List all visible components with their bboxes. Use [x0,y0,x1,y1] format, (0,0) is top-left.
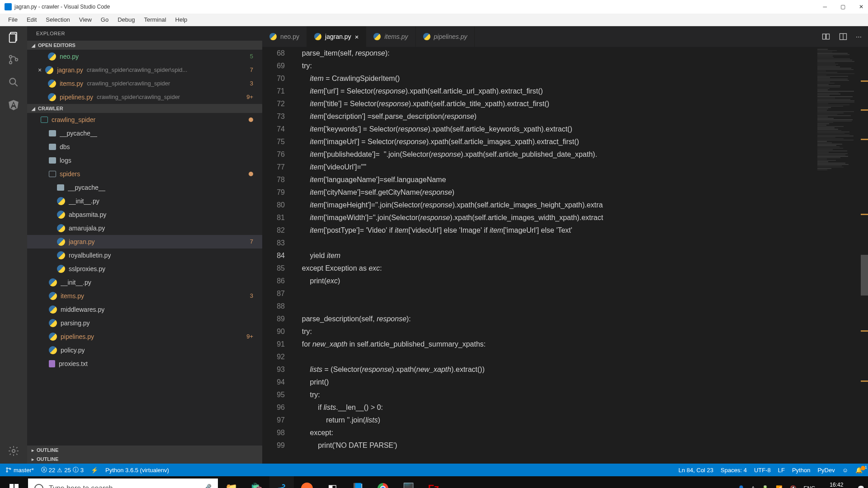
app-icon-2[interactable]: 📘 [345,476,370,488]
code-editor[interactable]: 6869707172737475767778798081828384858687… [262,47,868,464]
wifi-icon[interactable]: 📶 [776,485,783,488]
section-outline-2[interactable]: ▸OUTLINE [27,455,262,464]
editor-tab[interactable]: pipelines.py [416,26,475,47]
tree-item[interactable]: dbs [27,140,262,154]
people-icon[interactable]: 👤 [738,485,745,488]
menu-file[interactable]: File [4,16,22,23]
filezilla-icon[interactable]: Fz [421,476,446,488]
tree-item[interactable]: policy.py [27,343,262,357]
tree-item[interactable]: crawling_spider [27,113,262,127]
chrome-icon[interactable] [371,476,395,488]
tree-item[interactable]: proxies.txt [27,357,262,371]
editor-tab[interactable]: neo.py [262,26,307,47]
problem-count: 5 [250,51,258,62]
volume-icon[interactable]: 🔇 [790,485,797,488]
tree-item[interactable]: logs [27,154,262,167]
section-crawler[interactable]: ◢CRAWLER [27,104,262,113]
file-name: parsing.py [61,318,90,328]
app-icon-3[interactable]: 🖥️ [396,476,420,488]
tree-item[interactable]: items.py3 [27,289,262,303]
settings-gear-icon[interactable] [7,445,20,457]
tree-item[interactable]: __init__.py [27,276,262,289]
more-icon[interactable]: ⋯ [856,33,862,40]
open-editor-item[interactable]: ×jagran.py crawling_spider\crawling_spid… [27,63,262,77]
mic-icon[interactable]: 🎤 [202,483,212,488]
action-center-icon[interactable]: 💬 [858,485,864,488]
pydev-status[interactable]: PyDev [817,467,835,474]
vertical-scrollbar[interactable] [861,47,868,464]
file-name: abpasmita.py [69,209,106,220]
angular-icon[interactable] [7,99,20,111]
close-button[interactable]: ✕ [859,4,863,10]
language-status[interactable]: Python [792,467,810,474]
menu-go[interactable]: Go [96,16,113,23]
tree-item[interactable]: spiders [27,167,262,181]
vscode-taskbar-icon[interactable]: ⊰ [269,476,294,488]
open-editor-item[interactable]: items.py crawling_spider\crawling_spider… [27,77,262,90]
menu-bar: File Edit Selection View Go Debug Termin… [0,14,868,26]
python-icon [48,93,56,101]
browser-icon[interactable] [295,476,319,488]
tree-item[interactable]: amarujala.py [27,221,262,235]
editor-tab[interactable]: items.py [366,26,415,47]
battery-icon[interactable]: 🔋 [762,485,769,488]
tree-item[interactable]: __pycache__ [27,181,262,194]
maximize-button[interactable]: ▢ [840,4,845,10]
file-explorer-icon[interactable]: 📁 [219,476,243,488]
eol-status[interactable]: LF [778,467,785,474]
open-editor-item[interactable]: pipelines.py crawling_spider\crawling_sp… [27,90,262,104]
python-env[interactable]: Python 3.6.5 (virtualenv) [105,467,169,474]
tree-item[interactable]: royalbulletin.py [27,249,262,262]
scrollbar-thumb[interactable] [861,255,868,296]
code-content[interactable]: parse_item(self, response): try: item = … [294,47,868,464]
git-branch[interactable]: master* [5,467,34,474]
menu-terminal[interactable]: Terminal [139,16,170,23]
menu-view[interactable]: View [75,16,96,23]
start-button[interactable] [1,476,27,488]
tray-clock[interactable]: 16:42 20-09-2018 [823,481,850,488]
app-icon-1[interactable]: ◧ [320,476,344,488]
feedback-icon[interactable]: ☺ [842,467,848,474]
split-editor-icon[interactable] [839,32,848,41]
menu-edit[interactable]: Edit [22,16,41,23]
tray-chevron-icon[interactable]: ^ [752,485,755,488]
file-name: proxies.txt [59,358,88,369]
explorer-icon[interactable] [7,31,20,43]
menu-help[interactable]: Help [171,16,192,23]
status-problems[interactable]: ⓧ22 ⚠25 ⓘ3 [41,466,84,474]
scm-icon[interactable] [7,53,20,66]
tray-language[interactable]: ENG [804,485,816,488]
close-icon[interactable]: × [355,33,359,41]
menu-selection[interactable]: Selection [41,16,74,23]
minimize-button[interactable]: ─ [823,4,827,10]
tree-item[interactable]: sslproxies.py [27,262,262,276]
tree-item[interactable]: middlewares.py [27,303,262,316]
encoding-status[interactable]: UTF-8 [754,467,771,474]
tree-item[interactable]: jagran.py7 [27,235,262,249]
modified-dot-icon [249,117,253,122]
tree-item[interactable]: pipelines.py9+ [27,330,262,343]
indent-status[interactable]: Spaces: 4 [721,467,747,474]
modified-dot-icon [249,172,253,176]
tree-item[interactable]: parsing.py [27,316,262,330]
minimap[interactable] [816,47,861,464]
tree-item[interactable]: __init__.py [27,194,262,208]
section-outline-1[interactable]: ▸OUTLINE [27,446,262,455]
store-icon[interactable]: 🛍️ [244,476,269,488]
file-name: items.py [61,291,84,301]
section-open-editors[interactable]: ◢OPEN EDITORS [27,41,262,50]
lightning-icon[interactable]: ⚡ [91,467,98,474]
notifications-bell-icon[interactable]: 🔔1 [855,467,863,474]
cursor-position[interactable]: Ln 84, Col 23 [679,467,713,474]
menu-debug[interactable]: Debug [113,16,139,23]
svg-rect-8 [826,34,830,39]
editor-tab[interactable]: jagran.py× [307,26,366,47]
search-icon[interactable] [7,76,20,89]
tab-label: neo.py [280,33,299,40]
open-editor-item[interactable]: neo.py5 [27,50,262,63]
taskbar-search[interactable]: Type here to search 🎤 [28,479,218,488]
compare-icon[interactable] [821,32,830,41]
tree-item[interactable]: abpasmita.py [27,208,262,221]
close-icon[interactable]: × [38,65,42,75]
tree-item[interactable]: __pycache__ [27,127,262,140]
